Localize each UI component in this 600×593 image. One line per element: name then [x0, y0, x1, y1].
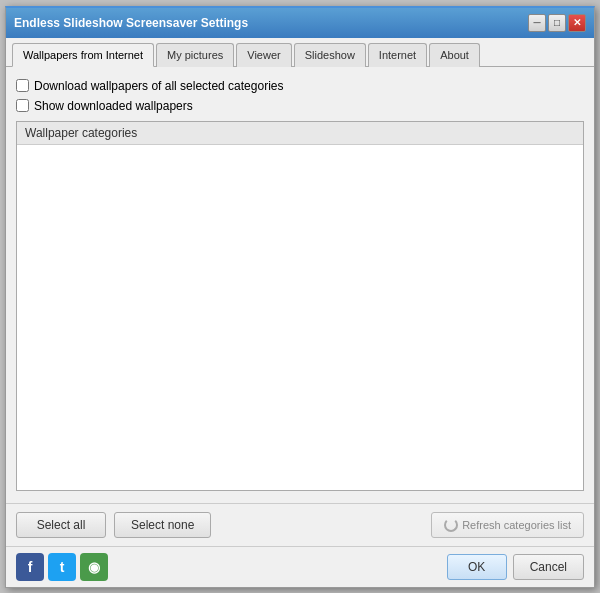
refresh-label: Refresh categories list	[462, 519, 571, 531]
window-title: Endless Slideshow Screensaver Settings	[14, 16, 248, 30]
content-area: Download wallpapers of all selected cate…	[6, 67, 594, 503]
main-window: Endless Slideshow Screensaver Settings ─…	[5, 6, 595, 588]
title-bar: Endless Slideshow Screensaver Settings ─…	[6, 8, 594, 38]
cancel-button[interactable]: Cancel	[513, 554, 584, 580]
tab-my-pictures[interactable]: My pictures	[156, 43, 234, 67]
wallpaper-categories-list: Wallpaper categories	[16, 121, 584, 491]
select-none-button[interactable]: Select none	[114, 512, 211, 538]
refresh-icon	[444, 518, 458, 532]
bottom-buttons-row: Select all Select none Refresh categorie…	[6, 503, 594, 546]
minimize-button[interactable]: ─	[528, 14, 546, 32]
selection-buttons: Select all Select none	[16, 512, 211, 538]
tabs-bar: Wallpapers from Internet My pictures Vie…	[6, 38, 594, 67]
show-label: Show downloaded wallpapers	[34, 99, 193, 113]
download-checkbox[interactable]	[16, 79, 29, 92]
tab-wallpapers-from-internet[interactable]: Wallpapers from Internet	[12, 43, 154, 67]
refresh-button[interactable]: Refresh categories list	[431, 512, 584, 538]
footer-action-buttons: OK Cancel	[447, 554, 584, 580]
select-all-button[interactable]: Select all	[16, 512, 106, 538]
download-label: Download wallpapers of all selected cate…	[34, 79, 283, 93]
qr-icon[interactable]: ◉	[80, 553, 108, 581]
twitter-icon[interactable]: t	[48, 553, 76, 581]
show-checkbox[interactable]	[16, 99, 29, 112]
tab-about[interactable]: About	[429, 43, 480, 67]
footer-bar: f t ◉ OK Cancel	[6, 546, 594, 587]
ok-button[interactable]: OK	[447, 554, 507, 580]
tab-slideshow[interactable]: Slideshow	[294, 43, 366, 67]
title-bar-buttons: ─ □ ✕	[528, 14, 586, 32]
list-body	[17, 145, 583, 485]
facebook-icon[interactable]: f	[16, 553, 44, 581]
list-header: Wallpaper categories	[17, 122, 583, 145]
social-icons: f t ◉	[16, 553, 108, 581]
maximize-button[interactable]: □	[548, 14, 566, 32]
download-checkbox-row: Download wallpapers of all selected cate…	[16, 79, 584, 93]
close-button[interactable]: ✕	[568, 14, 586, 32]
show-checkbox-row: Show downloaded wallpapers	[16, 99, 584, 113]
tab-internet[interactable]: Internet	[368, 43, 427, 67]
tab-viewer[interactable]: Viewer	[236, 43, 291, 67]
